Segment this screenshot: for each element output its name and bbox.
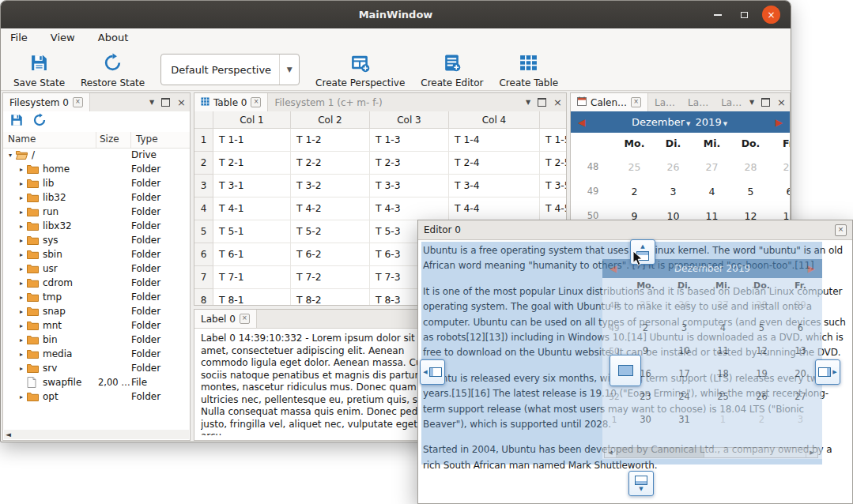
tab-close-icon[interactable]: × (251, 97, 261, 107)
table-row-header[interactable]: 3 (194, 175, 213, 197)
calendar-day[interactable]: 3 (654, 179, 693, 204)
calendar-day[interactable]: 6 (770, 179, 790, 204)
dock-close-icon[interactable]: × (777, 97, 786, 107)
table-row-header[interactable]: 5 (194, 220, 213, 243)
calendar-day[interactable]: 28 (731, 155, 770, 179)
tree-row[interactable]: ▸homeFolder (3, 162, 190, 176)
expander-icon[interactable]: ▸ (16, 393, 27, 401)
table-cell[interactable]: T 2-1 (213, 152, 291, 175)
tab-label-0[interactable]: Label 0 × (194, 310, 257, 328)
minimize-button[interactable] (708, 6, 727, 24)
tree-row[interactable]: ▸mediaFolder (3, 347, 190, 361)
restore-icon[interactable] (32, 113, 47, 130)
table-cell[interactable]: T 8-1 (213, 289, 291, 305)
tree-row[interactable]: ▸mntFolder (3, 318, 190, 333)
table-cell[interactable]: T 5-1 (213, 220, 291, 243)
tab-table-0[interactable]: Table 0 × (194, 93, 268, 111)
table-column-header[interactable]: Col 4 (449, 111, 540, 129)
next-month-icon[interactable]: ▶ (776, 117, 790, 128)
tree-row[interactable]: ▸libFolder (3, 176, 190, 190)
window-titlebar[interactable]: MainWindow × (1, 1, 791, 28)
drop-indicator-right[interactable]: ▶ (815, 359, 840, 385)
expander-icon[interactable]: ▸ (16, 308, 27, 315)
table-cell[interactable]: T 1-5 (540, 129, 566, 152)
dock-float-icon[interactable] (761, 98, 770, 107)
calendar-month-button[interactable]: Dezember (632, 116, 685, 128)
tab-filesystem-1[interactable]: Filesystem 1 (c+ m- f-) (268, 93, 388, 111)
expander-icon[interactable]: ▸ (16, 251, 27, 258)
tab-filesystem-0[interactable]: Filesystem 0 × (3, 93, 90, 111)
calendar-year-button[interactable]: 2019 (696, 116, 722, 128)
perspective-combobox[interactable]: Default Perspective ▼ (160, 54, 300, 85)
expander-icon[interactable]: ▸ (16, 209, 27, 216)
tree-header[interactable]: Name Size Type (3, 132, 190, 149)
calendar-dock-tabbar[interactable]: Calen… × La… La… La… ▼ × (571, 93, 790, 112)
table-cell[interactable]: T 1-2 (291, 129, 370, 152)
table-cell[interactable]: T 7-1 (213, 266, 291, 289)
tree-header-size[interactable]: Size (96, 132, 131, 148)
tree-header-name[interactable]: Name (3, 132, 96, 148)
dock-close-icon[interactable]: × (177, 97, 186, 107)
expander-icon[interactable]: ▸ (16, 322, 27, 329)
tree-row[interactable]: ▸sysFolder (3, 233, 190, 247)
expander-icon[interactable]: ▸ (16, 166, 27, 173)
table-row-header[interactable]: 7 (194, 266, 213, 289)
menu-file[interactable]: File (1, 28, 37, 47)
tree-row[interactable]: ▸tmpFolder (3, 290, 190, 304)
tree-row[interactable]: ▸cdromFolder (3, 276, 190, 290)
table-dock-tabbar[interactable]: Table 0 × Filesystem 1 (c+ m- f-) ▼ × (194, 93, 566, 112)
calendar-day[interactable]: 26 (654, 155, 693, 179)
dock-menu-icon[interactable]: ▼ (526, 99, 530, 106)
table-column-header[interactable]: Col 5 (540, 111, 566, 129)
table-cell[interactable]: T 2-3 (370, 152, 449, 175)
expander-icon[interactable]: ▸ (16, 280, 27, 287)
expander-icon[interactable]: ▸ (16, 365, 27, 372)
tab-label-3[interactable]: La… (715, 93, 748, 111)
expander-icon[interactable]: ▸ (16, 180, 27, 187)
table-row-header[interactable]: 2 (194, 152, 213, 175)
expander-icon[interactable]: ▸ (16, 294, 27, 301)
table-cell[interactable]: T 4-1 (213, 197, 291, 220)
editor-close-icon[interactable]: × (835, 224, 847, 236)
table-cell[interactable]: T 3-1 (213, 175, 291, 197)
tree-row[interactable]: ▾/Drive (3, 148, 190, 162)
dock-menu-icon[interactable]: ▼ (149, 99, 154, 106)
table-row-header[interactable]: 8 (194, 289, 213, 305)
table-cell[interactable]: T 4-3 (370, 197, 449, 220)
create-editor-button[interactable]: Create Editor (413, 49, 491, 90)
tab-calendar[interactable]: Calen… × (571, 93, 648, 111)
table-row-header[interactable]: 4 (194, 197, 213, 220)
tree-row[interactable]: swapfile2,00 …File (3, 375, 190, 389)
table-row-header[interactable]: 1 (194, 129, 213, 152)
table-cell[interactable]: T 7-2 (291, 266, 370, 289)
expander-icon[interactable]: ▸ (16, 237, 27, 244)
create-perspective-button[interactable]: Create Perspective (308, 49, 413, 90)
tree-row[interactable]: ▸snapFolder (3, 304, 190, 318)
dock-float-icon[interactable] (161, 98, 170, 107)
save-icon[interactable] (9, 113, 24, 130)
table-cell[interactable]: T 3-3 (370, 175, 449, 197)
dock-menu-icon[interactable]: ▼ (749, 99, 754, 106)
editor-titlebar[interactable]: Editor 0 × (418, 220, 852, 240)
table-column-header[interactable]: Col 1 (213, 111, 291, 129)
table-column-header[interactable]: Col 3 (370, 111, 449, 129)
table-cell[interactable]: T 3-5 (540, 175, 566, 197)
tree-row[interactable]: ▸libx32Folder (3, 219, 190, 233)
expander-icon[interactable]: ▸ (16, 223, 27, 230)
table-cell[interactable]: T 4-4 (449, 197, 540, 220)
calendar-day[interactable]: 2 (615, 179, 654, 204)
menu-about[interactable]: About (89, 28, 138, 47)
calendar-day[interactable]: 4 (693, 179, 731, 204)
tree-row[interactable]: ▸optFolder (3, 389, 190, 404)
tab-close-icon[interactable]: × (240, 314, 250, 324)
drop-indicator-left[interactable]: ◀ (420, 359, 445, 385)
tree-header-type[interactable]: Type (131, 132, 190, 148)
tree-row[interactable]: ▸sbinFolder (3, 247, 190, 261)
table-cell[interactable]: T 8-2 (291, 289, 370, 305)
tab-close-icon[interactable]: × (73, 97, 83, 107)
tree-row[interactable]: ▸binFolder (3, 333, 190, 347)
table-cell[interactable]: T 3-2 (291, 175, 370, 197)
expander-icon[interactable]: ▸ (16, 265, 27, 273)
table-cell[interactable]: T 3-4 (449, 175, 540, 197)
maximize-button[interactable] (735, 6, 753, 24)
